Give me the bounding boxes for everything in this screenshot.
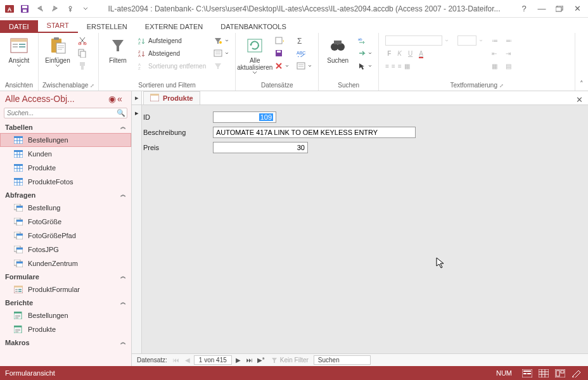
replace-button[interactable]: ab — [355, 34, 374, 47]
new-record-button[interactable]: ✶ — [272, 34, 291, 47]
nav-cat-queries[interactable]: Abfragen︽ — [0, 189, 131, 201]
doc-tab-produkte[interactable]: Produkte — [143, 91, 200, 104]
indent-dec-button[interactable]: ⇤ — [489, 47, 501, 60]
indent-inc-button[interactable]: ⇥ — [503, 47, 514, 60]
nav-cat-macros[interactable]: Makros︽ — [0, 336, 131, 348]
paste-button[interactable]: Einfügen — [42, 34, 73, 68]
design-view-button[interactable] — [570, 368, 583, 378]
tab-start[interactable]: START — [38, 19, 78, 33]
more-records-button[interactable] — [294, 60, 314, 72]
advanced-filter-button[interactable] — [211, 47, 231, 60]
tab-dbtools[interactable]: DATENBANKTOOLS — [212, 20, 295, 33]
dialog-launcher-icon[interactable]: ⤢ — [90, 83, 94, 89]
gridlines-button[interactable]: ▦ — [489, 60, 501, 72]
nav-header[interactable]: Alle Access-Obj... ◉ « — [0, 91, 131, 106]
field-input-desc[interactable]: AUTOMATE 417A LINK TO OEM KEYLESS ENTRY — [213, 127, 416, 138]
totals-button[interactable]: Σ — [294, 34, 314, 47]
nav-item-bestellung-query[interactable]: Bestellung — [0, 201, 131, 215]
alt-row-button[interactable]: ▤ — [503, 60, 514, 72]
form-selector[interactable]: ▸ — [132, 91, 142, 104]
tab-create[interactable]: ERSTELLEN — [78, 20, 136, 33]
nav-item-produktformular-form[interactable]: ProduktFormular — [0, 282, 131, 296]
search-icon[interactable]: 🔍 — [115, 109, 127, 117]
copy-button[interactable] — [75, 47, 89, 60]
save-record-button[interactable] — [272, 47, 291, 60]
fill-color-button[interactable]: ▦ — [404, 63, 410, 70]
form-view-button[interactable] — [521, 368, 534, 378]
toggle-filter-button[interactable] — [211, 60, 231, 72]
save-icon[interactable] — [18, 2, 32, 16]
nav-item-produkte-report[interactable]: Produkte — [0, 322, 131, 336]
touch-mode-icon[interactable] — [63, 2, 77, 16]
align-right-button[interactable]: ≡ — [398, 63, 402, 70]
recnav-new-button[interactable]: ▶* — [256, 355, 266, 365]
align-center-button[interactable]: ≡ — [392, 63, 395, 70]
spelling-button[interactable]: ABC — [294, 47, 314, 60]
nav-item-produkte-table[interactable]: Produkte — [0, 161, 131, 175]
recnav-filter[interactable]: Kein Filter — [267, 357, 312, 364]
minimize-icon[interactable]: — — [534, 3, 550, 15]
find-button[interactable]: Suchen — [323, 34, 353, 65]
field-input-price[interactable]: 30 — [213, 142, 308, 153]
sort-asc-button[interactable]: AZAufsteigend — [136, 34, 208, 47]
font-size-select[interactable] — [455, 34, 487, 47]
restore-icon[interactable] — [551, 3, 568, 15]
svg-rect-81 — [527, 373, 531, 374]
goto-button[interactable] — [355, 47, 374, 60]
nav-item-bestellungen-table[interactable]: Bestellungen — [0, 133, 131, 147]
recnav-prev-button[interactable]: ◀ — [182, 355, 193, 365]
cut-button[interactable] — [75, 34, 89, 47]
clear-sort-button[interactable]: AZSortierung entfernen — [136, 60, 208, 72]
close-icon[interactable]: ✕ — [569, 3, 585, 15]
select-button[interactable] — [355, 60, 374, 72]
nav-collapse-icon[interactable]: « — [117, 94, 126, 104]
underline-button[interactable]: U — [406, 50, 414, 57]
refresh-all-button[interactable]: Alle aktualisieren — [240, 34, 270, 75]
italic-button[interactable]: K — [395, 50, 404, 57]
font-color-button[interactable]: A — [417, 50, 425, 57]
selection-filter-button[interactable] — [211, 34, 231, 47]
nav-search-input[interactable] — [4, 108, 115, 118]
bold-button[interactable]: F — [385, 50, 393, 57]
help-icon[interactable]: ? — [516, 3, 532, 15]
tab-external[interactable]: EXTERNE DATEN — [136, 20, 212, 33]
layout-view-button[interactable] — [554, 368, 566, 378]
recnav-search-input[interactable]: Suchen — [314, 355, 371, 365]
format-painter-button[interactable] — [75, 60, 89, 72]
redo-icon[interactable] — [48, 2, 62, 16]
recnav-last-button[interactable]: ⏭ — [245, 355, 255, 365]
nav-item-fotogroesse-query[interactable]: FotoGröße — [0, 215, 131, 229]
recnav-next-button[interactable]: ▶ — [233, 355, 243, 365]
nav-cat-tables[interactable]: Tabellen︽ — [0, 121, 131, 133]
nav-item-kunden-table[interactable]: Kunden — [0, 147, 131, 161]
bullets-button[interactable]: ≔ — [489, 34, 501, 47]
nav-item-bestellungen-report[interactable]: Bestellungen — [0, 308, 131, 322]
nav-menu-icon[interactable]: ◉ — [108, 94, 117, 104]
nav-item-produktefotos-table[interactable]: ProdukteFotos — [0, 175, 131, 189]
font-family-select[interactable] — [383, 34, 452, 47]
tab-file[interactable]: DATEI — [0, 20, 38, 33]
recnav-first-button[interactable]: ⏮ — [171, 355, 181, 365]
nav-cat-forms[interactable]: Formulare︽ — [0, 270, 131, 282]
dialog-launcher-icon[interactable]: ⤢ — [499, 83, 504, 89]
access-app-icon[interactable]: A — [3, 2, 16, 16]
filter-button[interactable]: Filtern — [103, 34, 133, 65]
delete-record-button[interactable] — [272, 60, 291, 72]
nav-cat-reports[interactable]: Berichte︽ — [0, 296, 131, 308]
collapse-ribbon-button[interactable]: ˄ — [575, 33, 588, 91]
align-left-button[interactable]: ≡ — [385, 63, 389, 70]
ribbon: Ansicht Ansichten Einfügen Zwischenablag… — [0, 33, 588, 91]
nav-item-kundenzentrum-query[interactable]: KundenZentrum — [0, 256, 131, 270]
doc-close-button[interactable]: ✕ — [571, 95, 588, 104]
nav-item-fotosjpg-query[interactable]: FotosJPG — [0, 243, 131, 256]
datasheet-view-button[interactable] — [537, 368, 550, 378]
numbering-button[interactable]: ≕ — [503, 34, 514, 47]
recnav-position[interactable]: 1 von 415 — [194, 355, 232, 365]
undo-icon[interactable] — [33, 2, 47, 16]
sort-desc-button[interactable]: ZAAbsteigend — [136, 47, 208, 60]
qat-customize-icon[interactable] — [79, 2, 93, 16]
nav-item-fotogroessepfad-query[interactable]: FotoGrößePfad — [0, 229, 131, 243]
view-button[interactable]: Ansicht — [4, 34, 34, 68]
field-input-id[interactable]: 109 — [213, 111, 276, 123]
record-selector[interactable]: ▸ — [132, 105, 142, 353]
